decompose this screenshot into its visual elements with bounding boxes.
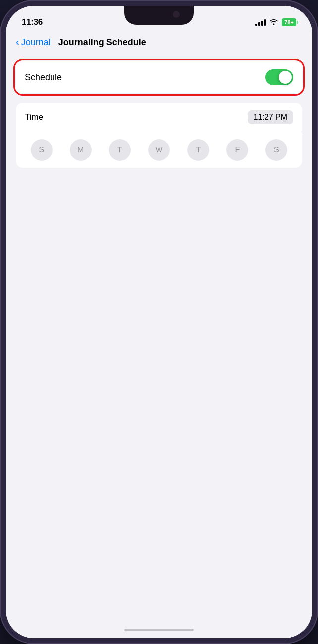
day-friday[interactable]: F (226, 139, 248, 161)
day-saturday-label: S (274, 146, 279, 154)
day-sunday-label: S (39, 146, 44, 154)
day-tuesday-label: T (117, 146, 122, 154)
time-section: Time 11:27 PM S M T W (16, 103, 302, 168)
wifi-icon (269, 18, 278, 27)
battery-icon: 78+ (282, 18, 296, 26)
toggle-knob (279, 71, 292, 84)
back-label: Journal (21, 37, 51, 48)
back-button[interactable]: ‹ Journal (16, 37, 51, 48)
day-friday-label: F (235, 146, 240, 154)
front-camera (173, 11, 180, 18)
notch (124, 6, 194, 25)
status-bar: 11:36 (6, 6, 312, 33)
chevron-left-icon: ‹ (16, 36, 19, 48)
day-thursday-label: T (196, 146, 201, 154)
time-value: 11:27 PM (248, 110, 293, 124)
schedule-toggle[interactable] (265, 69, 293, 85)
battery-level: 78+ (284, 19, 294, 25)
day-saturday[interactable]: S (265, 139, 287, 161)
day-wednesday-label: W (155, 146, 162, 154)
time-row[interactable]: Time 11:27 PM (16, 103, 302, 132)
status-time: 11:36 (22, 17, 43, 27)
nav-bar: ‹ Journal Journaling Schedule (6, 33, 312, 53)
page-title: Journaling Schedule (58, 37, 146, 48)
home-indicator (6, 621, 312, 638)
status-icons: 78+ (255, 18, 296, 27)
day-wednesday[interactable]: W (148, 139, 170, 161)
phone-frame: 11:36 (0, 0, 318, 644)
signal-icon (255, 19, 266, 26)
day-monday-label: M (77, 146, 84, 154)
home-bar (124, 629, 194, 631)
screen: 11:36 (6, 6, 312, 638)
time-label: Time (25, 112, 43, 122)
days-row: S M T W T F (16, 132, 302, 168)
content-area: Schedule Time 11:27 PM S M (6, 53, 312, 621)
schedule-label: Schedule (25, 72, 62, 83)
day-sunday[interactable]: S (31, 139, 53, 161)
day-monday[interactable]: M (70, 139, 92, 161)
day-tuesday[interactable]: T (109, 139, 131, 161)
day-thursday[interactable]: T (187, 139, 209, 161)
schedule-toggle-card: Schedule (16, 61, 302, 93)
